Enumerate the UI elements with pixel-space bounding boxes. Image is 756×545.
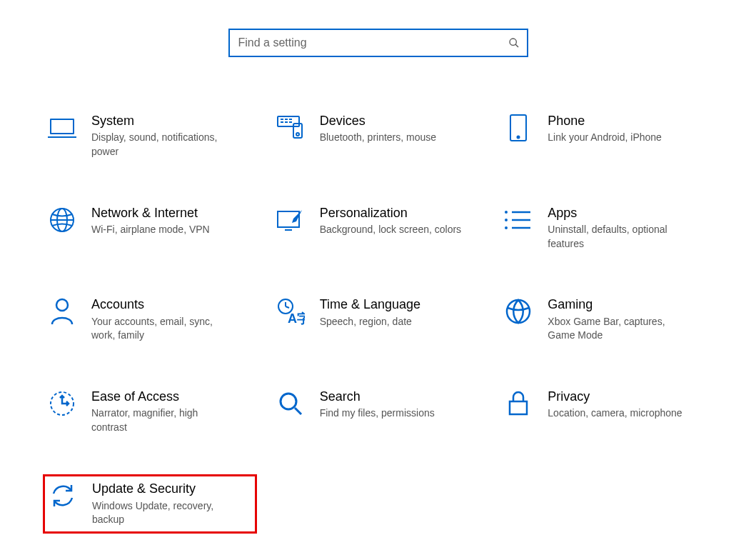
tile-desc: Background, lock screen, colors [320, 223, 461, 237]
apps-icon [503, 205, 533, 235]
tile-desc: Your accounts, email, sync, work, family [91, 315, 234, 343]
svg-line-29 [286, 306, 289, 308]
accounts-icon [47, 296, 77, 326]
globe-icon [47, 205, 77, 235]
tile-desc: Xbox Game Bar, captures, Game Mode [548, 315, 690, 343]
search-input[interactable] [237, 36, 508, 50]
tile-desc: Find my files, permissions [320, 406, 435, 421]
tile-title: Time & Language [320, 296, 420, 313]
svg-point-0 [510, 39, 516, 45]
tile-title: Ease of Access [91, 389, 234, 405]
tile-desc: Display, sound, notifications, power [91, 131, 234, 159]
svg-line-34 [295, 408, 301, 414]
lock-icon [503, 389, 533, 419]
devices-icon [276, 113, 306, 143]
tile-gaming[interactable]: Gaming Xbox Game Bar, captures, Game Mod… [499, 291, 713, 349]
tile-accounts[interactable]: Accounts Your accounts, email, sync, wor… [43, 291, 257, 349]
tile-title: Devices [320, 113, 436, 129]
svg-point-33 [281, 394, 296, 409]
svg-rect-35 [510, 401, 527, 414]
tile-title: Gaming [548, 296, 690, 313]
tile-title: Privacy [548, 389, 682, 405]
tile-title: Phone [548, 113, 662, 129]
svg-point-14 [518, 136, 520, 139]
gaming-icon [503, 296, 533, 326]
tile-title: Network & Internet [91, 205, 210, 221]
tile-personalization[interactable]: Personalization Background, lock screen,… [271, 199, 485, 257]
tile-desc: Wi-Fi, airplane mode, VPN [91, 223, 210, 237]
tile-desc: Narrator, magnifier, high contrast [91, 406, 234, 434]
tile-ease-of-access[interactable]: Ease of Access Narrator, magnifier, high… [43, 383, 257, 441]
tile-title: Personalization [320, 205, 461, 221]
tile-title: Search [320, 389, 435, 405]
tile-title: Update & Security [92, 481, 235, 497]
personalization-icon [276, 205, 306, 235]
search-large-icon [276, 389, 306, 419]
system-icon [47, 113, 77, 143]
tile-search[interactable]: Search Find my files, permissions [271, 383, 485, 441]
ease-of-access-icon [47, 389, 77, 419]
tile-apps[interactable]: Apps Uninstall, defaults, optional featu… [499, 199, 713, 257]
tile-update-security[interactable]: Update & Security Windows Update, recove… [43, 474, 257, 534]
search-wrapper [29, 29, 727, 57]
tile-system[interactable]: System Display, sound, notifications, po… [43, 107, 257, 165]
svg-rect-2 [51, 119, 74, 134]
tile-desc: Windows Update, recovery, backup [92, 499, 235, 527]
tile-network[interactable]: Network & Internet Wi-Fi, airplane mode,… [43, 199, 257, 257]
tile-desc: Bluetooth, printers, mouse [320, 131, 436, 145]
svg-line-1 [515, 44, 518, 47]
update-icon [48, 481, 78, 511]
svg-point-31 [507, 300, 530, 323]
svg-point-12 [296, 133, 299, 136]
tile-desc: Speech, region, date [320, 315, 420, 329]
settings-grid: System Display, sound, notifications, po… [29, 107, 727, 534]
phone-icon [503, 113, 533, 143]
tile-title: System [91, 113, 234, 129]
tile-time-language[interactable]: A字 Time & Language Speech, region, date [271, 291, 485, 349]
tile-title: Accounts [91, 296, 234, 313]
tile-desc: Uninstall, defaults, optional features [548, 223, 690, 251]
tile-desc: Link your Android, iPhone [548, 131, 662, 145]
svg-point-26 [56, 299, 68, 311]
tile-title: Apps [548, 205, 690, 221]
time-language-icon: A字 [276, 296, 306, 326]
tile-devices[interactable]: Devices Bluetooth, printers, mouse [271, 107, 485, 165]
search-box[interactable] [228, 29, 528, 57]
tile-privacy[interactable]: Privacy Location, camera, microphone [499, 383, 713, 441]
tile-phone[interactable]: Phone Link your Android, iPhone [499, 107, 713, 165]
svg-text:A字: A字 [288, 311, 305, 326]
search-icon [508, 37, 520, 49]
tile-desc: Location, camera, microphone [548, 406, 682, 421]
